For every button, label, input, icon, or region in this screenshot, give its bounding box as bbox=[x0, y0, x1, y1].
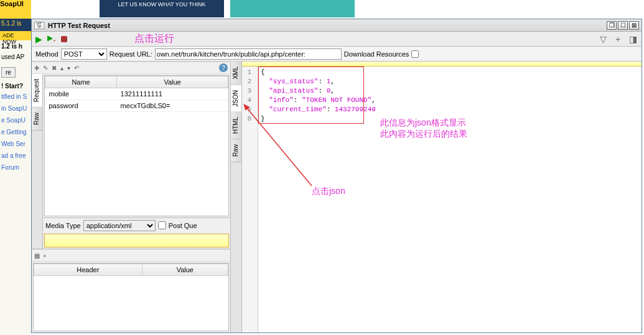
toolbar: ▶ ▶+ 点击运行 ▽ + ◨ bbox=[32, 32, 642, 47]
edit-icon[interactable]: ✎ bbox=[43, 65, 48, 71]
down-icon[interactable]: ▾ bbox=[67, 65, 70, 71]
help-icon[interactable]: ? bbox=[219, 63, 228, 72]
tab-json[interactable]: JSON bbox=[231, 85, 241, 112]
sidebar-link[interactable]: tified in S bbox=[1, 93, 30, 100]
col-header-value[interactable]: Value bbox=[142, 264, 228, 276]
line-gutter: 1 2 3 4 5 6 bbox=[242, 67, 258, 333]
settings-icon[interactable]: ◨ bbox=[628, 34, 638, 44]
download-checkbox[interactable] bbox=[411, 50, 419, 58]
tab-request[interactable]: Request bbox=[32, 74, 42, 108]
table-row[interactable]: mobile13211111111 bbox=[45, 88, 228, 100]
logo-banner: SoapUI bbox=[0, 0, 31, 19]
method-label: Method bbox=[35, 50, 58, 58]
sidebar-button[interactable]: re bbox=[1, 67, 16, 78]
post-query-checkbox[interactable] bbox=[158, 221, 166, 229]
json-viewer[interactable]: 1 2 3 4 5 6 { "sys_status": 1, "api_stat… bbox=[242, 62, 642, 333]
col-value[interactable]: Value bbox=[117, 76, 228, 88]
param-table: Name Value mobile13211111111 passwordmec… bbox=[44, 75, 229, 216]
undo-icon[interactable]: ↶ bbox=[74, 65, 79, 71]
stop-button[interactable] bbox=[61, 36, 67, 42]
tab-html[interactable]: HTML bbox=[231, 112, 241, 139]
url-label: Request URL: bbox=[110, 50, 152, 58]
main-window: HTTP HTTP Test Request ❐ ☐ ⊠ ▶ ▶+ 点击运行 ▽… bbox=[31, 19, 642, 333]
http-icon: HTTP bbox=[34, 22, 44, 29]
table-row[interactable]: passwordmecxTGdbLS0= bbox=[45, 100, 228, 112]
annotation-run: 点击运行 bbox=[134, 32, 174, 45]
filter-icon[interactable]: ▽ bbox=[598, 34, 608, 44]
news-text: used AP bbox=[1, 53, 24, 60]
sidebar-link[interactable]: in SoapU bbox=[1, 105, 30, 112]
tab-raw[interactable]: Raw bbox=[32, 108, 42, 131]
sidebar-link[interactable]: e SoapU bbox=[1, 117, 30, 124]
url-input[interactable] bbox=[155, 48, 342, 60]
request-panel: ✚ ✎ ✖ ▴ ▾ ↶ ? Request Raw Name bbox=[32, 62, 231, 333]
sidebar-link[interactable]: Web Ser bbox=[1, 140, 30, 147]
ade-banner: ADE NOW bbox=[0, 31, 31, 40]
top-banner: LET US KNOW WHAT YOU THINK bbox=[100, 0, 224, 17]
news-title: 1.2 is h bbox=[1, 43, 30, 50]
post-query-label: Post Que bbox=[169, 222, 197, 229]
remove-header-icon[interactable]: ▪ bbox=[44, 252, 46, 259]
add-header-icon[interactable]: ▦ bbox=[34, 252, 40, 259]
tab-raw-response[interactable]: Raw bbox=[231, 139, 241, 162]
media-label: Media Type bbox=[45, 222, 81, 229]
download-label: Download Resources bbox=[344, 50, 409, 58]
restore-icon[interactable]: ❐ bbox=[607, 21, 617, 30]
up-icon[interactable]: ▴ bbox=[60, 65, 63, 71]
run-plus-button[interactable]: ▶+ bbox=[47, 34, 56, 44]
maximize-icon[interactable]: ☐ bbox=[618, 21, 628, 30]
sidebar-link[interactable]: ad a free bbox=[1, 152, 30, 159]
json-code: { "sys_status": 1, "api_status": 0, "inf… bbox=[258, 67, 642, 125]
body-area[interactable] bbox=[44, 234, 229, 247]
window-title: HTTP Test Request bbox=[48, 22, 607, 29]
close-icon[interactable]: ⊠ bbox=[629, 21, 639, 30]
media-select[interactable]: application/xml bbox=[83, 220, 156, 231]
run-button[interactable]: ▶ bbox=[35, 34, 42, 44]
sidebar-link[interactable]: e Getting bbox=[1, 129, 30, 135]
version-banner: 5.1.2 is bbox=[0, 19, 31, 31]
tab-xml[interactable]: XML bbox=[231, 62, 241, 85]
url-bar: Method POST Request URL: Download Resour… bbox=[32, 47, 642, 62]
top-banner-2 bbox=[230, 0, 355, 17]
add-icon[interactable]: + bbox=[613, 34, 623, 44]
titlebar: HTTP HTTP Test Request ❐ ☐ ⊠ bbox=[32, 19, 642, 32]
remove-icon[interactable]: ✖ bbox=[52, 65, 57, 71]
response-panel: XML JSON HTML Raw 1 2 3 4 5 6 bbox=[231, 62, 642, 333]
header-table: Header Value bbox=[33, 263, 229, 331]
col-name[interactable]: Name bbox=[45, 76, 117, 88]
start-heading: ! Start? bbox=[1, 83, 30, 89]
col-header[interactable]: Header bbox=[34, 264, 142, 276]
method-select[interactable]: POST bbox=[61, 48, 107, 60]
add-param-icon[interactable]: ✚ bbox=[34, 65, 39, 71]
sidebar-link[interactable]: Forum bbox=[1, 164, 30, 171]
